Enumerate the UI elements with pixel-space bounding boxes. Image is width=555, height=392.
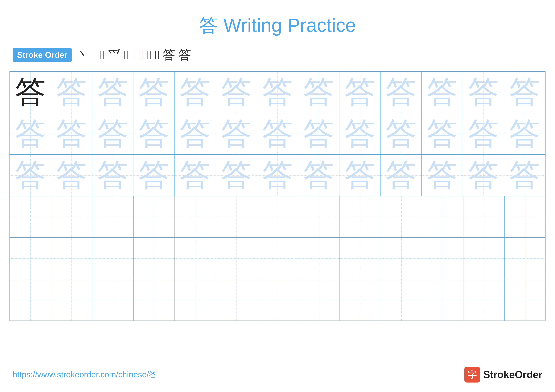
grid-cell-2-3[interactable]: 答 (92, 113, 133, 155)
grid-cell-6-3[interactable] (92, 279, 133, 321)
grid-cell-5-5[interactable] (175, 238, 216, 279)
grid-cell-5-7[interactable] (257, 238, 299, 279)
grid-cell-5-6[interactable] (216, 238, 257, 279)
grid-cell-3-5[interactable]: 答 (175, 155, 216, 196)
grid-cell-1-11[interactable]: 答 (422, 72, 463, 113)
grid-row-6 (10, 279, 545, 321)
stroke-7: 𠄑 (139, 49, 144, 61)
grid-cell-6-12[interactable] (463, 279, 505, 321)
grid-cell-1-6[interactable]: 答 (216, 72, 257, 113)
grid-cell-5-2[interactable] (51, 238, 92, 279)
stroke-sequence: 丶 𠃌 𠃋 ⺤ 𠄌 𠄎 𠄑 𠄐 𠄏 答 答 (77, 49, 542, 61)
stroke-order-section: Stroke Order 丶 𠃌 𠃋 ⺤ 𠄌 𠄎 𠄑 𠄐 𠄏 答 答 (0, 45, 555, 68)
brand-icon: 字 (464, 367, 480, 383)
grid-cell-2-10[interactable]: 答 (380, 113, 422, 155)
grid-cell-6-8[interactable] (298, 279, 340, 321)
grid-cell-6-1[interactable] (10, 279, 51, 321)
stroke-1: 丶 (77, 49, 89, 61)
grid-cell-1-10[interactable]: 答 (380, 72, 422, 113)
grid-cell-4-12[interactable] (463, 196, 505, 237)
grid-cell-2-6[interactable]: 答 (216, 113, 257, 155)
grid-cell-3-8[interactable]: 答 (298, 155, 339, 196)
grid-cell-6-9[interactable] (340, 279, 381, 321)
grid-cell-6-13[interactable] (504, 279, 546, 321)
grid-cell-5-1[interactable] (10, 238, 51, 279)
grid-cell-5-8[interactable] (298, 238, 340, 279)
grid-cell-3-12[interactable]: 答 (463, 155, 504, 196)
grid-cell-1-1[interactable]: 答 (10, 72, 51, 113)
grid-cell-5-11[interactable] (422, 238, 463, 279)
grid-row-1: 答 答 答 答 答 答 答 答 答 答 答 答 答 (10, 72, 545, 113)
grid-cell-3-9[interactable]: 答 (339, 155, 380, 196)
grid-cell-3-13[interactable]: 答 (504, 155, 545, 196)
grid-cell-4-7[interactable] (257, 196, 299, 237)
grid-cell-4-4[interactable] (133, 196, 175, 237)
grid-cell-1-13[interactable]: 答 (504, 72, 545, 113)
grid-cell-2-2[interactable]: 答 (51, 113, 92, 155)
grid-cell-4-2[interactable] (51, 196, 92, 237)
grid-cell-2-12[interactable]: 答 (463, 113, 504, 155)
grid-cell-5-10[interactable] (381, 238, 422, 279)
stroke-3: 𠃋 (100, 49, 105, 61)
grid-cell-6-7[interactable] (257, 279, 299, 321)
grid-cell-1-7[interactable]: 答 (257, 72, 298, 113)
grid-cell-3-6[interactable]: 答 (216, 155, 257, 196)
stroke-4: ⺤ (108, 49, 121, 61)
footer-brand: 字 StrokeOrder (464, 367, 542, 383)
grid-cell-3-3[interactable]: 答 (92, 155, 133, 196)
grid-cell-3-7[interactable]: 答 (257, 155, 298, 196)
grid-cell-4-11[interactable] (422, 196, 463, 237)
writing-grid[interactable]: 答 答 答 答 答 答 答 答 答 答 答 答 答 答 答 答 答 答 答 答 … (9, 71, 546, 321)
grid-cell-4-3[interactable] (92, 196, 133, 237)
grid-cell-1-2[interactable]: 答 (51, 72, 92, 113)
grid-cell-6-10[interactable] (381, 279, 422, 321)
stroke-9: 𠄏 (155, 49, 160, 61)
grid-cell-5-13[interactable] (504, 238, 546, 279)
grid-cell-5-4[interactable] (133, 238, 175, 279)
grid-cell-3-2[interactable]: 答 (51, 155, 92, 196)
grid-cell-4-1[interactable] (10, 196, 51, 237)
grid-cell-4-5[interactable] (175, 196, 216, 237)
grid-row-3: 答 答 答 答 答 答 答 答 答 答 答 答 答 (10, 155, 545, 196)
grid-cell-6-11[interactable] (422, 279, 463, 321)
grid-cell-3-4[interactable]: 答 (133, 155, 175, 196)
grid-cell-1-8[interactable]: 答 (298, 72, 339, 113)
grid-cell-4-9[interactable] (340, 196, 381, 237)
grid-cell-2-1[interactable]: 答 (10, 113, 51, 155)
grid-cell-2-13[interactable]: 答 (504, 113, 545, 155)
grid-cell-1-12[interactable]: 答 (463, 72, 504, 113)
grid-cell-4-10[interactable] (381, 196, 422, 237)
grid-cell-6-2[interactable] (51, 279, 92, 321)
grid-cell-6-5[interactable] (175, 279, 216, 321)
grid-row-4 (10, 196, 545, 238)
grid-cell-2-11[interactable]: 答 (422, 113, 463, 155)
brand-name: StrokeOrder (483, 369, 542, 380)
stroke-6: 𠄎 (132, 49, 136, 61)
grid-cell-3-1[interactable]: 答 (10, 155, 51, 196)
grid-cell-4-6[interactable] (216, 196, 257, 237)
grid-cell-1-4[interactable]: 答 (133, 72, 175, 113)
grid-cell-5-12[interactable] (463, 238, 505, 279)
grid-cell-2-9[interactable]: 答 (339, 113, 380, 155)
stroke-8: 𠄐 (147, 49, 152, 61)
grid-cell-6-6[interactable] (216, 279, 257, 321)
grid-cell-5-3[interactable] (92, 238, 133, 279)
grid-cell-4-13[interactable] (504, 196, 546, 237)
grid-cell-3-11[interactable]: 答 (422, 155, 463, 196)
footer-url[interactable]: https://www.strokeorder.com/chinese/答 (13, 369, 157, 380)
grid-cell-1-5[interactable]: 答 (175, 72, 216, 113)
grid-cell-1-9[interactable]: 答 (339, 72, 380, 113)
grid-cell-2-5[interactable]: 答 (175, 113, 216, 155)
stroke-10: 答 (163, 49, 175, 61)
stroke-order-badge: Stroke Order (13, 48, 72, 62)
grid-cell-4-8[interactable] (298, 196, 340, 237)
grid-cell-2-7[interactable]: 答 (257, 113, 298, 155)
page-title: 答 Writing Practice (0, 0, 555, 45)
grid-cell-6-4[interactable] (133, 279, 175, 321)
stroke-11: 答 (178, 49, 191, 61)
grid-cell-2-4[interactable]: 答 (133, 113, 175, 155)
grid-cell-2-8[interactable]: 答 (298, 113, 339, 155)
grid-cell-5-9[interactable] (340, 238, 381, 279)
grid-cell-3-10[interactable]: 答 (380, 155, 422, 196)
grid-cell-1-3[interactable]: 答 (92, 72, 133, 113)
